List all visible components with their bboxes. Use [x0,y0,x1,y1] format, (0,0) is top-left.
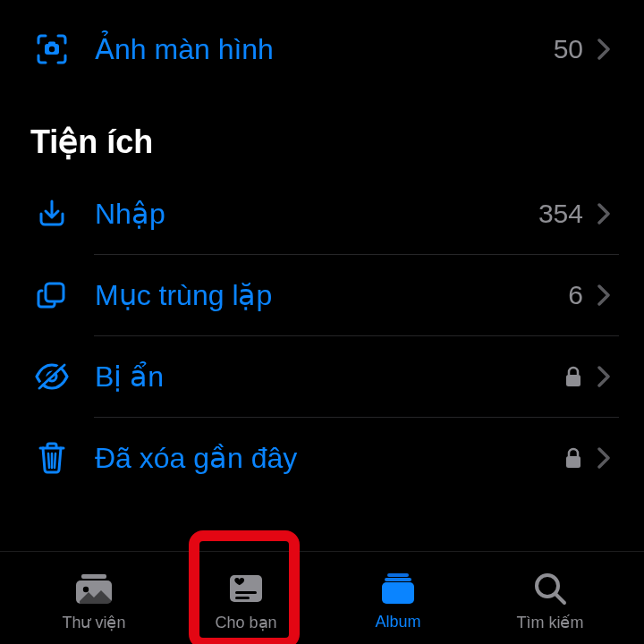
chevron-right-icon [597,447,610,469]
albums-icon [378,570,418,607]
section-header-utilities: Tiện ích [0,89,644,174]
photos-albums-screen: Ảnh màn hình 50 Tiện ích Nhập 354 [0,0,644,644]
row-screenshots[interactable]: Ảnh màn hình 50 [0,9,644,89]
row-duplicates[interactable]: Mục trùng lặp 6 [0,255,644,335]
row-count: 6 [568,280,583,310]
for-you-icon [226,570,266,607]
svg-rect-19 [385,578,411,581]
tab-label: Tìm kiếm [517,613,584,632]
tab-library[interactable]: Thư viện [18,570,170,632]
tab-for-you[interactable]: Cho bạn [170,570,322,632]
lock-icon [565,447,581,469]
tab-label: Album [375,613,420,631]
row-hidden[interactable]: Bị ẩn [0,336,644,417]
tab-albums[interactable]: Album [322,570,474,631]
svg-rect-16 [235,591,257,594]
row-recently-deleted[interactable]: Đã xóa gần đây [0,418,644,498]
svg-rect-2 [48,42,55,46]
svg-line-10 [55,453,55,468]
svg-rect-12 [81,574,106,579]
row-count: 354 [538,199,583,229]
chevron-right-icon [597,366,610,387]
svg-rect-11 [566,456,580,468]
svg-rect-17 [235,597,250,599]
tab-label: Cho bạn [215,613,276,632]
row-label: Đã xóa gần đây [95,441,565,475]
row-label: Bị ẩn [95,360,565,394]
svg-point-14 [83,586,89,591]
svg-rect-20 [382,582,414,604]
svg-rect-3 [46,284,64,301]
chevron-right-icon [597,38,610,60]
svg-rect-18 [387,573,409,577]
chevron-right-icon [597,284,610,306]
albums-list: Ảnh màn hình 50 Tiện ích Nhập 354 [0,0,644,498]
tab-label: Thư viện [62,613,125,632]
svg-point-1 [49,47,55,52]
library-icon [72,570,116,607]
row-label: Nhập [95,197,538,231]
hidden-eye-icon [34,359,70,394]
tab-bar: Thư viện Cho bạn Album [0,551,644,644]
tab-search[interactable]: Tìm kiếm [474,570,626,632]
row-count: 50 [554,34,583,64]
svg-line-22 [555,594,564,603]
import-icon [34,196,70,232]
trash-icon [34,440,70,476]
row-label: Ảnh màn hình [95,32,554,66]
svg-line-8 [48,453,49,468]
screenshot-icon [34,31,70,67]
lock-icon [565,366,581,387]
row-label: Mục trùng lặp [95,278,568,312]
row-import[interactable]: Nhập 354 [0,174,644,254]
svg-rect-7 [566,375,580,386]
search-icon [532,570,568,607]
chevron-right-icon [597,203,610,225]
svg-line-6 [38,363,63,386]
duplicates-icon [34,277,70,313]
